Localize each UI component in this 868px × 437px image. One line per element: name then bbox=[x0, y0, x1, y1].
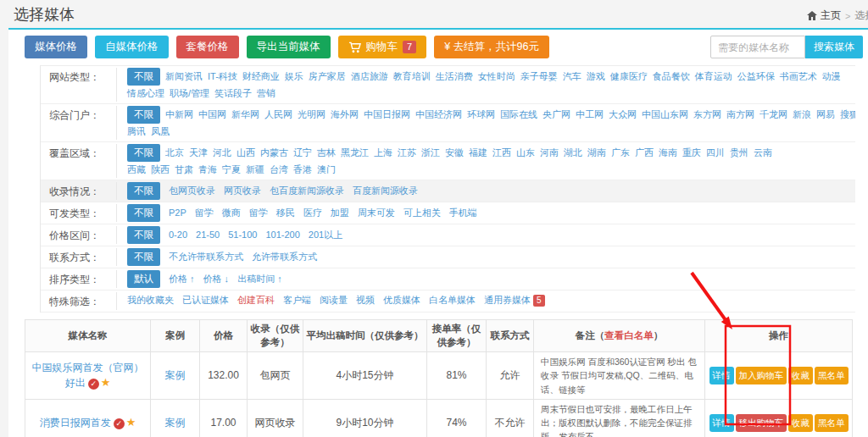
filter-option[interactable]: 不限 bbox=[127, 106, 160, 124]
checkout-button[interactable]: ¥ 去结算，共计96元 bbox=[434, 36, 549, 58]
filter-option[interactable]: 移民 bbox=[276, 205, 295, 221]
filter-option[interactable]: 东方网 bbox=[693, 107, 721, 123]
filter-option[interactable]: 新闻资讯 bbox=[165, 69, 203, 85]
filter-option[interactable]: 中新网 bbox=[165, 107, 193, 123]
filter-option[interactable]: 201以上 bbox=[309, 227, 342, 243]
detail-button[interactable]: 详情 bbox=[709, 367, 734, 384]
filter-option[interactable]: 黑龙江 bbox=[341, 145, 369, 161]
filter-option[interactable]: 浙江 bbox=[421, 145, 440, 161]
filter-option[interactable]: 甘肃 bbox=[175, 162, 193, 178]
filter-option[interactable]: 南方网 bbox=[726, 107, 754, 123]
filter-option[interactable]: 可上相关 bbox=[403, 205, 441, 221]
breadcrumb-home[interactable]: 主页 bbox=[807, 8, 841, 23]
package-price-button[interactable]: 套餐价格 bbox=[176, 36, 239, 58]
favorite-button[interactable]: 收藏 bbox=[788, 414, 813, 432]
filter-option[interactable]: 21-50 bbox=[196, 227, 220, 243]
filter-option[interactable]: 不限 bbox=[127, 182, 160, 200]
filter-option[interactable]: 不限 bbox=[127, 204, 160, 222]
filter-option[interactable]: 广东 bbox=[611, 145, 630, 161]
filter-option[interactable]: 大众网 bbox=[609, 107, 637, 123]
filter-option[interactable]: 台湾 bbox=[270, 162, 288, 178]
filter-option[interactable]: 四川 bbox=[706, 145, 725, 161]
filter-option[interactable]: 不限 bbox=[127, 144, 160, 162]
filter-option[interactable]: 优质媒体 bbox=[383, 292, 420, 308]
filter-option[interactable]: 河北 bbox=[213, 145, 231, 161]
filter-option[interactable]: 江西 bbox=[492, 145, 511, 161]
filter-option[interactable]: 手机端 bbox=[449, 205, 477, 221]
filter-option[interactable]: 凤凰 bbox=[151, 124, 170, 140]
filter-option[interactable]: 腾讯 bbox=[127, 124, 146, 140]
filter-option[interactable]: 女性时尚 bbox=[478, 69, 515, 85]
filter-option[interactable]: 动漫 bbox=[822, 69, 841, 85]
filter-option[interactable]: 汽车 bbox=[563, 69, 581, 85]
remove-from-cart-button[interactable]: 移出购物车 bbox=[736, 414, 787, 432]
filter-option[interactable]: 山东 bbox=[516, 145, 535, 161]
blacklist-button[interactable]: 黑名单 bbox=[815, 414, 849, 432]
filter-option[interactable]: 职场/管理 bbox=[170, 86, 209, 102]
view-whitelist-link[interactable]: 查看白名单 bbox=[604, 330, 654, 340]
filter-option[interactable]: 中国网 bbox=[198, 107, 226, 123]
add-to-cart-button[interactable]: 加入购物车 bbox=[736, 367, 787, 384]
filter-option[interactable]: 贵州 bbox=[730, 145, 748, 161]
filter-option[interactable]: 澳门 bbox=[317, 162, 336, 178]
filter-option[interactable]: 辽宁 bbox=[293, 145, 312, 161]
filter-option[interactable]: 周末可发 bbox=[358, 205, 395, 221]
filter-option[interactable]: 中工网 bbox=[576, 107, 604, 123]
filter-option[interactable]: 体育运动 bbox=[695, 69, 732, 85]
media-price-button[interactable]: 媒体价格 bbox=[25, 36, 87, 58]
filter-option[interactable]: 留学 bbox=[195, 205, 214, 221]
filter-option[interactable]: 不允许带联系方式 bbox=[169, 249, 243, 265]
filter-option[interactable]: 白名单媒体 bbox=[429, 292, 476, 308]
filter-option[interactable]: 人民网 bbox=[264, 107, 292, 123]
filter-option[interactable]: 价格 ↓ bbox=[203, 271, 230, 287]
filter-option[interactable]: 价格 ↑ bbox=[169, 271, 195, 287]
filter-option[interactable]: 酒店旅游 bbox=[351, 69, 388, 85]
filter-option[interactable]: IT-科技 bbox=[208, 69, 237, 85]
filter-option[interactable]: 广西 bbox=[635, 145, 654, 161]
filter-option[interactable]: 新浪 bbox=[793, 107, 811, 123]
filter-option[interactable]: 搜狐 bbox=[840, 107, 855, 123]
filter-option[interactable]: 亲子母婴 bbox=[520, 69, 558, 85]
filter-option[interactable]: 湖南 bbox=[587, 145, 606, 161]
filter-option[interactable]: 包百度新闻源收录 bbox=[270, 183, 344, 199]
filter-option[interactable]: 房产家居 bbox=[309, 69, 346, 85]
filter-option[interactable]: 微商 bbox=[222, 205, 241, 221]
cart-button[interactable]: 购物车7 bbox=[338, 36, 427, 58]
filter-option[interactable]: 百度新闻源收录 bbox=[353, 183, 418, 199]
filter-option[interactable]: 山西 bbox=[236, 145, 255, 161]
filter-option[interactable]: 笑话段子 bbox=[214, 86, 252, 102]
filter-option[interactable]: 不限 bbox=[127, 226, 160, 244]
filter-option[interactable]: 医疗 bbox=[303, 205, 322, 221]
filter-option[interactable]: 101-200 bbox=[265, 227, 299, 243]
media-name-link[interactable]: 消费日报网首发 bbox=[40, 417, 111, 429]
filter-option[interactable]: 千龙网 bbox=[760, 107, 787, 123]
filter-option[interactable]: 重庆 bbox=[682, 145, 701, 161]
filter-option[interactable]: 新疆 bbox=[246, 162, 264, 178]
filter-option[interactable]: 出稿时间 ↑ bbox=[237, 271, 282, 287]
filter-option[interactable]: 光明网 bbox=[298, 107, 326, 123]
filter-option[interactable]: 已认证媒体 bbox=[182, 292, 229, 308]
filter-option[interactable]: 视频 bbox=[356, 292, 375, 308]
filter-option[interactable]: 云南 bbox=[754, 145, 772, 161]
filter-option[interactable]: 北京 bbox=[165, 145, 184, 161]
filter-option[interactable]: 青海 bbox=[198, 162, 217, 178]
filter-option[interactable]: 内蒙古 bbox=[260, 145, 288, 161]
filter-option[interactable]: 娱乐 bbox=[285, 69, 303, 85]
filter-option[interactable]: 陕西 bbox=[151, 162, 170, 178]
filter-option[interactable]: 公益环保 bbox=[737, 69, 775, 85]
filter-option[interactable]: 教育培训 bbox=[393, 69, 431, 85]
filter-option[interactable]: 福建 bbox=[469, 145, 487, 161]
filter-option[interactable]: 宁夏 bbox=[222, 162, 241, 178]
filter-option[interactable]: 新华网 bbox=[231, 107, 259, 123]
filter-option[interactable]: 香港 bbox=[293, 162, 312, 178]
case-link[interactable]: 案例 bbox=[165, 417, 186, 429]
filter-option[interactable]: 不限 bbox=[127, 68, 160, 86]
filter-option[interactable]: 中国日报网 bbox=[364, 107, 410, 123]
filter-option[interactable]: 创建百科 bbox=[237, 292, 275, 308]
filter-option[interactable]: 上海 bbox=[374, 145, 392, 161]
detail-button[interactable]: 详情 bbox=[709, 414, 734, 432]
filter-option[interactable]: 营销 bbox=[257, 86, 275, 102]
filter-option[interactable]: 默认 bbox=[127, 270, 160, 288]
filter-option[interactable]: 网易 bbox=[816, 107, 835, 123]
self-media-price-button[interactable]: 自媒体价格 bbox=[95, 36, 169, 58]
